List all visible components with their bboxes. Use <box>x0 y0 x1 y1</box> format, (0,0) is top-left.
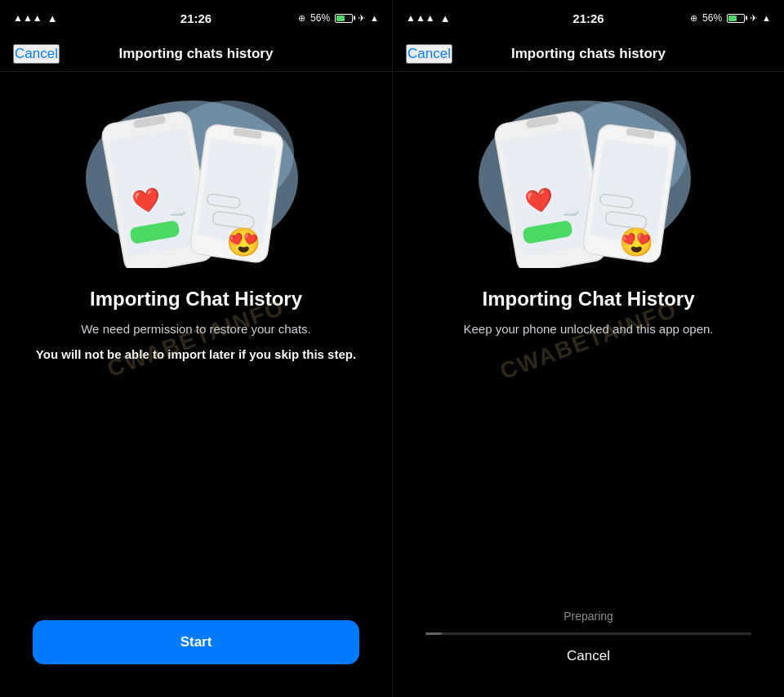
right-wifi2-icon: ▲ <box>762 13 771 23</box>
left-warning: You will not be able to import later if … <box>36 346 356 364</box>
right-cancel-progress-button[interactable]: Cancel <box>567 648 610 664</box>
left-status-bar: ▲▲▲ ▲ 21:26 ⊕ 56% ✈ ▲ <box>0 0 392 36</box>
right-status-right: ⊕ 56% ✈ ▲ <box>690 12 771 24</box>
right-panel: ▲▲▲ ▲ 21:26 ⊕ 56% ✈ ▲ Cancel Importing c… <box>392 0 784 697</box>
left-bottom-area: Start <box>0 604 392 697</box>
left-description: We need permission to restore your chats… <box>81 320 311 339</box>
right-signal-icon: ▲▲▲ <box>406 12 435 24</box>
left-content: ❤️ ☁️ 😍 Impor <box>0 72 392 604</box>
right-nav-title: Importing chats history <box>511 46 666 62</box>
left-battery-percent: 56% <box>310 12 330 24</box>
wifi-icon: ▲ <box>47 12 58 25</box>
signal-icon: ▲▲▲ <box>13 12 42 24</box>
right-time: 21:26 <box>572 11 604 25</box>
right-description: Keep your phone unlocked and this app op… <box>463 320 713 339</box>
right-nav-bar: Cancel Importing chats history <box>393 36 784 72</box>
left-time: 21:26 <box>180 11 212 25</box>
right-content: ❤️ ☁️ 😍 Importing Chat History Keep your… <box>393 72 784 610</box>
right-battery-icon <box>727 14 745 23</box>
airplane-icon: ✈ <box>358 13 365 24</box>
right-location-icon: ⊕ <box>690 13 697 24</box>
right-status-left: ▲▲▲ ▲ <box>406 12 451 25</box>
right-screen-title: Importing Chat History <box>482 288 694 311</box>
right-cancel-button[interactable]: Cancel <box>406 44 452 64</box>
left-nav-bar: Cancel Importing chats history <box>0 36 392 72</box>
start-button[interactable]: Start <box>33 620 359 664</box>
progress-bar-fill <box>425 632 442 635</box>
svg-text:😍: 😍 <box>619 226 654 259</box>
left-status-right: ⊕ 56% ✈ ▲ <box>298 12 379 24</box>
right-progress-area: Preparing Cancel <box>393 610 784 697</box>
right-status-bar: ▲▲▲ ▲ 21:26 ⊕ 56% ✈ ▲ <box>393 0 784 36</box>
left-battery-icon <box>335 14 353 23</box>
progress-bar-container <box>425 632 751 635</box>
left-status-left: ▲▲▲ ▲ <box>13 12 58 25</box>
left-panel: ▲▲▲ ▲ 21:26 ⊕ 56% ✈ ▲ Cancel Importing c… <box>0 0 392 697</box>
right-illustration: ❤️ ☁️ 😍 <box>458 88 719 268</box>
left-illustration: ❤️ ☁️ 😍 <box>65 88 327 268</box>
right-airplane-icon: ✈ <box>750 13 757 24</box>
svg-text:😍: 😍 <box>226 226 261 259</box>
wifi2-icon: ▲ <box>370 13 379 23</box>
left-screen-title: Importing Chat History <box>90 288 302 311</box>
progress-label: Preparing <box>564 610 613 623</box>
right-wifi-icon: ▲ <box>440 12 451 25</box>
left-phones-svg: ❤️ ☁️ 😍 <box>65 88 327 268</box>
left-cancel-button[interactable]: Cancel <box>13 44 60 64</box>
left-nav-title: Importing chats history <box>119 46 274 62</box>
right-battery-percent: 56% <box>702 12 722 24</box>
location-icon: ⊕ <box>298 13 305 24</box>
right-phones-svg: ❤️ ☁️ 😍 <box>458 88 719 268</box>
